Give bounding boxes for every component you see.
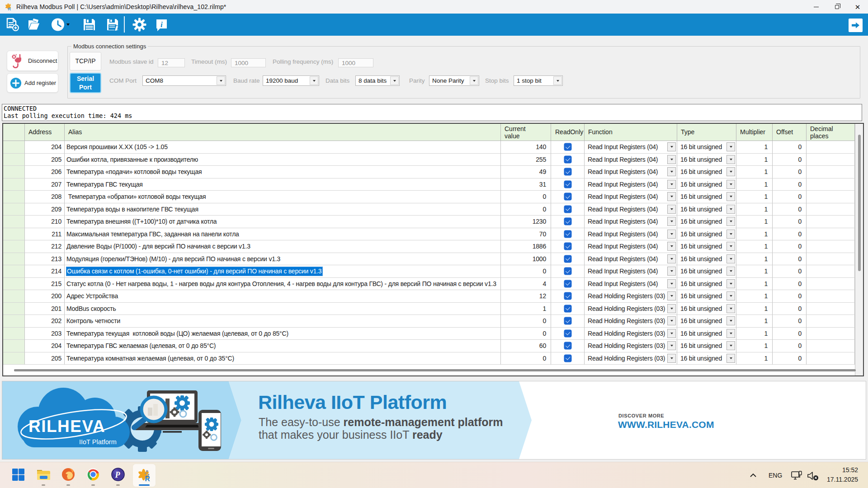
cell-offset[interactable]: 0 <box>773 278 807 291</box>
cell-readonly[interactable] <box>551 303 585 315</box>
cell-current-value[interactable]: 1000 <box>501 253 551 266</box>
cell-address[interactable]: 203 <box>25 328 65 340</box>
tray-language[interactable]: ENG <box>769 462 782 488</box>
function-dropdown-arrow[interactable] <box>667 329 676 338</box>
cell-offset[interactable]: 0 <box>773 178 807 191</box>
grid-row-214[interactable]: 214Ошибка связи с котлом (1-ошибка, 0-не… <box>3 265 855 278</box>
cell-current-value[interactable]: 0 <box>501 203 551 216</box>
cell-current-value[interactable]: 0 <box>501 315 551 328</box>
row-selector[interactable] <box>3 290 25 303</box>
cell-type[interactable]: 16 bit unsigned <box>677 315 736 328</box>
cell-address[interactable]: 204 <box>25 340 65 352</box>
cell-readonly[interactable] <box>551 328 585 340</box>
readonly-checkbox[interactable] <box>564 230 571 238</box>
cell-readonly[interactable] <box>551 141 585 154</box>
cell-multiplier[interactable]: 1 <box>736 141 773 154</box>
cell-address[interactable]: 207 <box>25 178 65 191</box>
header-offset[interactable]: Offset <box>773 124 807 141</box>
cell-function[interactable]: Read Holding Registers (03) <box>585 328 677 340</box>
row-selector[interactable] <box>3 216 25 228</box>
parity-dropdown-arrow[interactable] <box>470 76 478 85</box>
type-dropdown-arrow[interactable] <box>726 291 735 300</box>
cell-offset[interactable]: 0 <box>773 216 807 228</box>
readonly-checkbox[interactable] <box>564 168 571 176</box>
cell-multiplier[interactable]: 1 <box>736 278 773 291</box>
cell-decimal-places[interactable] <box>807 328 855 340</box>
cell-type[interactable]: 16 bit unsigned <box>677 178 736 191</box>
function-dropdown-arrow[interactable] <box>667 267 676 276</box>
com-port-dropdown-arrow[interactable] <box>217 76 225 85</box>
grid-row-210[interactable]: 210Температура внешняя ((T+100)*10) от д… <box>3 216 855 228</box>
grid-row-213[interactable]: 213Модуляция (горелки/ТЭНов) (М/10) - дл… <box>3 253 855 266</box>
cell-address[interactable]: 215 <box>25 278 65 291</box>
serial-mode-button[interactable]: SerialPort <box>70 73 101 93</box>
cell-multiplier[interactable]: 1 <box>736 315 773 328</box>
cell-alias[interactable]: Максимальная температура ГВС, заданная н… <box>65 228 501 241</box>
cell-decimal-places[interactable] <box>807 228 855 241</box>
type-dropdown-arrow[interactable] <box>726 354 735 363</box>
function-dropdown-arrow[interactable] <box>667 167 676 176</box>
cell-function[interactable]: Read Input Registers (04) <box>585 216 677 228</box>
cell-current-value[interactable]: 0 <box>501 265 551 278</box>
cell-function[interactable]: Read Input Registers (04) <box>585 240 677 253</box>
grid-row-208[interactable]: 208 Температура «обратки» котловой воды … <box>3 191 855 203</box>
function-dropdown-arrow[interactable] <box>667 316 676 325</box>
cell-alias[interactable]: ModBus скорость <box>65 303 501 315</box>
cell-function[interactable]: Read Holding Registers (03) <box>585 340 677 352</box>
cell-readonly[interactable] <box>551 216 585 228</box>
cell-multiplier[interactable]: 1 <box>736 340 773 352</box>
cell-readonly[interactable] <box>551 278 585 291</box>
close-button[interactable]: ✕ <box>847 0 868 14</box>
cell-offset[interactable]: 0 <box>773 166 807 178</box>
cell-alias[interactable]: Версия прошивки X.XX (105 -> 1.05 <box>65 141 501 154</box>
type-dropdown-arrow[interactable] <box>726 254 735 263</box>
cell-current-value[interactable]: 1886 <box>501 240 551 253</box>
function-dropdown-arrow[interactable] <box>667 155 676 164</box>
function-dropdown-arrow[interactable] <box>667 304 676 313</box>
function-dropdown-arrow[interactable] <box>667 291 676 300</box>
baud-rate-select[interactable]: 19200 baud <box>263 75 319 86</box>
cell-type[interactable]: 16 bit unsigned <box>677 191 736 203</box>
cell-alias[interactable]: Ошибки котла, привязанные к производител… <box>65 154 501 166</box>
cell-type[interactable]: 16 bit unsigned <box>677 352 736 365</box>
row-selector[interactable] <box>3 303 25 315</box>
grid-row-215[interactable]: 215Статус котла (0 - Нет нагрева воды, 1… <box>3 278 855 291</box>
cell-decimal-places[interactable] <box>807 278 855 291</box>
cell-decimal-places[interactable] <box>807 315 855 328</box>
readonly-checkbox[interactable] <box>564 180 571 188</box>
save-as-icon[interactable] <box>106 17 121 32</box>
taskbar-file-explorer[interactable] <box>34 465 52 483</box>
cell-readonly[interactable] <box>551 265 585 278</box>
cell-current-value[interactable]: 60 <box>501 340 551 352</box>
restore-button[interactable] <box>826 0 847 14</box>
taskbar-chrome[interactable] <box>84 465 102 483</box>
grid-row-212[interactable]: 212Давление Воды (P/1000) - для версий П… <box>3 240 855 253</box>
cell-readonly[interactable] <box>551 290 585 303</box>
cell-type[interactable]: 16 bit unsigned <box>677 265 736 278</box>
cell-decimal-places[interactable] <box>807 253 855 266</box>
cell-current-value[interactable]: 1 <box>501 303 551 315</box>
banner-url[interactable]: WWW.RILHEVA.COM <box>618 419 714 430</box>
tray-network-icon[interactable] <box>791 471 802 481</box>
cell-type[interactable]: 16 bit unsigned <box>677 216 736 228</box>
readonly-checkbox[interactable] <box>564 342 571 350</box>
cell-readonly[interactable] <box>551 240 585 253</box>
cell-address[interactable]: 202 <box>25 315 65 328</box>
header-decimal-places[interactable]: Decimalplaces <box>807 124 855 141</box>
info-icon[interactable]: i <box>154 17 169 32</box>
header-type[interactable]: Type <box>677 124 736 141</box>
function-dropdown-arrow[interactable] <box>667 217 676 226</box>
open-file-icon[interactable] <box>27 17 42 32</box>
header-alias[interactable]: Alias <box>65 124 501 141</box>
type-dropdown-arrow[interactable] <box>726 242 735 251</box>
readonly-checkbox[interactable] <box>564 280 571 287</box>
cell-readonly[interactable] <box>551 154 585 166</box>
cell-readonly[interactable] <box>551 178 585 191</box>
cell-type[interactable]: 16 bit unsigned <box>677 290 736 303</box>
cell-function[interactable]: Read Holding Registers (03) <box>585 290 677 303</box>
grid-row-201[interactable]: 201ModBus скорость1Read Holding Register… <box>3 303 855 315</box>
cell-offset[interactable]: 0 <box>773 228 807 241</box>
tray-volume-muted-icon[interactable] <box>807 471 819 481</box>
function-dropdown-arrow[interactable] <box>667 242 676 251</box>
readonly-checkbox[interactable] <box>564 143 571 151</box>
